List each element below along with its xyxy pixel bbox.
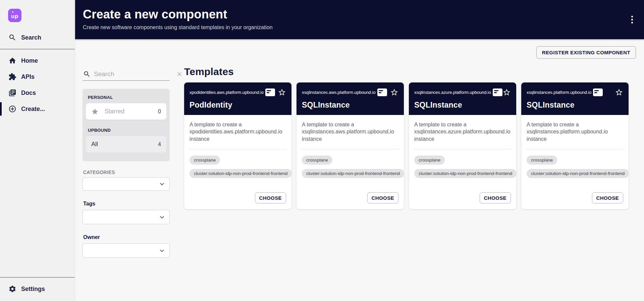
clear-search-button[interactable] bbox=[176, 71, 183, 77]
filter-option-label: Starred bbox=[105, 108, 124, 115]
card-divider bbox=[414, 149, 512, 149]
sidebar-item-apis[interactable]: APIs bbox=[0, 69, 75, 85]
template-card-icon bbox=[265, 88, 275, 96]
tag-chip: crossplane bbox=[190, 156, 220, 165]
templates-section: Templates xpodidentities.aws.platform.up… bbox=[184, 66, 644, 258]
template-card-icon bbox=[377, 88, 387, 96]
template-card: xsqlinstances.platform.upbound.io SQLIns… bbox=[521, 82, 629, 209]
template-cards: xpodidentities.aws.platform.upbound.io P… bbox=[184, 82, 644, 209]
sidebar-divider bbox=[0, 277, 75, 278]
card-header: xsqlinstances.aws.platform.upbound.io SQ… bbox=[297, 82, 404, 115]
upbound-logo[interactable]: up bbox=[8, 9, 21, 22]
card-body: A template to create a xsqlinstances.pla… bbox=[521, 115, 629, 192]
filter-search-input[interactable] bbox=[94, 70, 176, 78]
sidebar-item-label: Search bbox=[21, 34, 41, 41]
sidebar-nav: Home APIs Docs Create... bbox=[0, 53, 75, 117]
favorite-star-button[interactable] bbox=[278, 88, 286, 97]
template-description: A template to create a xsqlinstances.pla… bbox=[527, 121, 623, 142]
favorite-star-button[interactable] bbox=[615, 88, 623, 97]
toolbar: REGISTER EXISTING COMPONENT bbox=[75, 39, 644, 59]
card-divider bbox=[301, 149, 399, 149]
card-header: xsqlinstances.azure.platform.upbound.io … bbox=[409, 82, 516, 115]
page-subtitle: Create new software components using sta… bbox=[83, 24, 636, 31]
card-header: xpodidentities.aws.platform.upbound.io P… bbox=[184, 82, 291, 115]
template-title: SQLInstance bbox=[302, 101, 398, 110]
template-card: xsqlinstances.aws.platform.upbound.io SQ… bbox=[297, 82, 404, 209]
search-icon bbox=[8, 34, 16, 42]
filter-search bbox=[83, 69, 170, 81]
filter-option-starred[interactable]: Starred 0 bbox=[86, 103, 166, 120]
chevron-down-icon bbox=[158, 180, 166, 188]
favorite-star-button[interactable] bbox=[390, 88, 398, 97]
choose-button[interactable]: CHOOSE bbox=[592, 192, 623, 203]
card-footer: CHOOSE bbox=[184, 192, 291, 209]
owner-select[interactable] bbox=[83, 243, 170, 258]
filter-group-label: UPBOUND bbox=[88, 128, 166, 133]
tags-select[interactable] bbox=[83, 210, 170, 224]
sidebar-item-label: Settings bbox=[21, 286, 45, 293]
more-options-button[interactable] bbox=[627, 13, 637, 25]
star-outline-icon bbox=[278, 88, 286, 97]
close-icon bbox=[176, 71, 183, 77]
card-header: xsqlinstances.platform.upbound.io SQLIns… bbox=[521, 82, 629, 115]
template-card: xpodidentities.aws.platform.upbound.io P… bbox=[184, 82, 291, 209]
card-footer: CHOOSE bbox=[521, 192, 629, 209]
template-name: xpodidentities.aws.platform.upbound.io bbox=[190, 90, 264, 95]
star-outline-icon bbox=[615, 88, 623, 97]
template-title: SQLInstance bbox=[414, 101, 511, 110]
sidebar-item-search[interactable]: Search bbox=[0, 29, 75, 46]
sidebar-bottom: Settings bbox=[0, 274, 75, 301]
favorite-star-button[interactable] bbox=[502, 88, 511, 97]
categories-label: CATEGORIES bbox=[83, 170, 170, 175]
register-existing-component-button[interactable]: REGISTER EXISTING COMPONENT bbox=[536, 46, 636, 59]
sidebar-item-settings[interactable]: Settings bbox=[0, 281, 75, 297]
logo-dot bbox=[12, 11, 13, 13]
add-circle-icon bbox=[8, 105, 16, 113]
template-card: xsqlinstances.azure.platform.upbound.io … bbox=[409, 82, 516, 209]
filter-option-count: 4 bbox=[158, 141, 161, 147]
sidebar-divider bbox=[0, 49, 75, 49]
sidebar-item-home[interactable]: Home bbox=[0, 53, 75, 69]
template-name: xsqlinstances.azure.platform.upbound.io bbox=[414, 90, 491, 95]
tag-chip: crossplane bbox=[527, 156, 557, 165]
sidebar-item-create[interactable]: Create... bbox=[0, 101, 75, 117]
chevron-down-icon bbox=[158, 213, 166, 221]
section-title: Templates bbox=[184, 66, 644, 77]
tags-label: Tags bbox=[83, 201, 170, 207]
gear-icon bbox=[8, 285, 16, 293]
template-title: PodIdentity bbox=[190, 101, 286, 110]
puzzle-icon bbox=[8, 73, 16, 81]
owner-filter-panel: PERSONAL Starred 0 UPBOUND All 4 bbox=[83, 89, 170, 161]
chevron-down-icon bbox=[158, 247, 166, 255]
sidebar: up Search Home APIs Docs bbox=[0, 0, 75, 301]
home-icon bbox=[8, 57, 16, 65]
tag-chip: cluster:solution-idp-non-prod-frontend-f… bbox=[414, 169, 516, 178]
card-divider bbox=[526, 149, 624, 149]
card-body: A template to create a xpodidentities.aw… bbox=[184, 115, 291, 192]
page-title: Create a new component bbox=[83, 7, 636, 21]
template-description: A template to create a xpodidentities.aw… bbox=[190, 121, 286, 142]
card-body: A template to create a xsqlinstances.azu… bbox=[409, 115, 516, 192]
main-area: REGISTER EXISTING COMPONENT PERSONAL bbox=[75, 39, 644, 301]
star-outline-icon bbox=[390, 88, 398, 97]
layout: PERSONAL Starred 0 UPBOUND All 4 bbox=[75, 59, 644, 258]
choose-button[interactable]: CHOOSE bbox=[255, 192, 286, 203]
tag-chip: cluster:solution-idp-non-prod-frontend-f… bbox=[190, 169, 291, 178]
tag-chip: cluster:solution-idp-non-prod-frontend-f… bbox=[302, 169, 404, 178]
star-outline-icon bbox=[502, 88, 511, 97]
choose-button[interactable]: CHOOSE bbox=[480, 192, 511, 203]
template-description: A template to create a xsqlinstances.aws… bbox=[302, 121, 398, 142]
template-card-icon bbox=[493, 88, 502, 96]
sidebar-item-label: APIs bbox=[21, 73, 35, 80]
card-footer: CHOOSE bbox=[297, 192, 404, 209]
template-name: xsqlinstances.aws.platform.upbound.io bbox=[302, 90, 376, 95]
sidebar-item-docs[interactable]: Docs bbox=[0, 85, 75, 101]
choose-button[interactable]: CHOOSE bbox=[367, 192, 398, 203]
card-body: A template to create a xsqlinstances.aws… bbox=[297, 115, 404, 192]
filter-option-all[interactable]: All 4 bbox=[86, 136, 166, 153]
template-card-icon bbox=[593, 88, 603, 96]
template-title: SQLInstance bbox=[527, 101, 623, 110]
categories-select[interactable] bbox=[83, 177, 170, 191]
card-footer: CHOOSE bbox=[409, 192, 516, 209]
tag-chip: crossplane bbox=[302, 156, 332, 165]
